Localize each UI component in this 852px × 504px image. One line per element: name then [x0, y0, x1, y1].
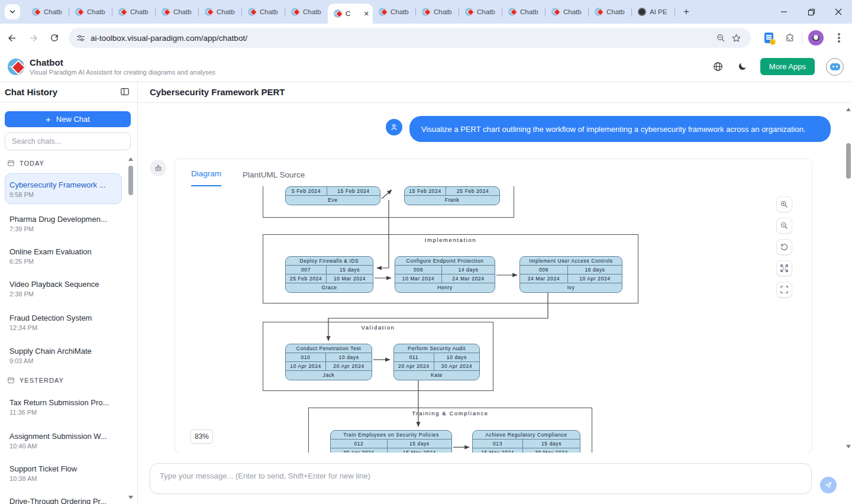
browser-url-bar: ai-toolbox.visual-paradigm.com/app/chatb…	[0, 24, 852, 52]
pert-node-user-access: Implement User Access Controls 00916 day…	[519, 256, 622, 293]
paper-plane-icon	[824, 481, 832, 489]
person-icon	[390, 123, 398, 131]
sidebar-item-video-playback[interactable]: Video Playback Sequence 2:38 PM	[9, 280, 120, 298]
browser-tab[interactable]: Chatb	[285, 0, 328, 24]
bookmark-button[interactable]	[728, 30, 744, 46]
node-owner: Ivy	[520, 283, 622, 292]
node-id: 007	[286, 266, 327, 274]
diagram-fullscreen-button[interactable]	[776, 282, 792, 298]
main-scrollbar-thumb[interactable]	[846, 143, 851, 179]
assistant-avatar-button[interactable]	[826, 58, 844, 76]
close-icon	[835, 8, 842, 15]
reload-button[interactable]	[45, 28, 64, 47]
collapse-sidebar-button[interactable]	[120, 86, 130, 97]
browser-tab-active[interactable]: C✕	[328, 4, 373, 24]
sidebar-item-online-exam[interactable]: Online Exam Evaluation 6:25 PM	[9, 247, 120, 265]
zoom-out-page-button[interactable]	[713, 30, 728, 46]
browser-tab[interactable]: Chatb	[112, 0, 155, 24]
main-panel: Cybersecurity Framework PERT Visualize a…	[138, 82, 852, 504]
language-button[interactable]	[712, 60, 725, 73]
node-id: 010	[286, 353, 326, 362]
node-end: 24 Mar 2024	[442, 274, 495, 283]
send-button[interactable]	[820, 477, 837, 493]
cluster-label: Training & Compliance	[309, 410, 592, 416]
omnibox[interactable]: ai-toolbox.visual-paradigm.com/app/chatb…	[69, 28, 751, 48]
extensions-button[interactable]	[780, 28, 799, 47]
sidebar-item-support-ticket[interactable]: Support Ticket Flow 10:38 AM	[9, 464, 120, 482]
node-id: 013	[473, 440, 523, 448]
tab-close-icon[interactable]: ✕	[364, 10, 369, 18]
profile-avatar[interactable]	[808, 30, 824, 46]
window-restore-button[interactable]	[798, 0, 825, 24]
node-name: Perform Security Audit	[394, 344, 479, 353]
browser-tab[interactable]: Chatb	[373, 0, 415, 24]
chat-title: Tax Return Submission Pro...	[9, 398, 120, 408]
browser-tab[interactable]: Chatb	[502, 0, 545, 24]
window-minimize-button[interactable]	[770, 0, 798, 24]
browser-tab[interactable]: Chatb	[69, 0, 112, 24]
tab-label: Chatb	[217, 8, 235, 15]
sidebar-item-tax-return[interactable]: Tax Return Submission Pro... 11:36 PM	[9, 398, 120, 416]
tab-search-button[interactable]	[5, 4, 20, 20]
tab-diagram[interactable]: Diagram	[191, 169, 221, 186]
visual-paradigm-favicon	[465, 8, 473, 16]
diagram-zoom-in-button[interactable]	[776, 196, 792, 212]
conversation-title-bar: Cybersecurity Framework PERT	[138, 82, 852, 103]
tab-label: Chatb	[173, 8, 192, 15]
toolbar-separator	[802, 33, 802, 43]
extension-docs-button[interactable]	[759, 28, 778, 47]
plus-icon: +	[46, 114, 51, 124]
tab-label: Chatb	[477, 8, 495, 15]
sidebar-item-assignment[interactable]: Assignment Submission W... 10:40 AM	[9, 432, 120, 450]
node-id: 009	[520, 266, 568, 274]
more-apps-button[interactable]: More Apps	[760, 58, 815, 75]
diagram-reset-button[interactable]	[776, 239, 792, 255]
browser-tab-ai-pe[interactable]: AI PE	[632, 0, 674, 24]
node-name: Conduct Penetration Test	[286, 344, 372, 353]
tab-label: Chatb	[390, 8, 409, 15]
sidebar-item-drive-through[interactable]: Drive-Through Ordering Pr...	[9, 497, 120, 504]
sidebar-item-fraud-detection[interactable]: Fraud Detection System 12:34 PM	[9, 314, 120, 331]
sidebar-item-supply-chain[interactable]: Supply Chain ArchiMate 9:03 AM	[9, 347, 120, 364]
node-duration: 10 days	[434, 353, 479, 362]
search-chats-input[interactable]	[5, 133, 131, 150]
browser-tab[interactable]: Chatb	[589, 0, 631, 24]
browser-tab[interactable]: Chatb	[459, 0, 502, 24]
pert-node-frank: 15 Feb 202425 Feb 2024 Frank	[404, 186, 500, 205]
new-tab-button[interactable]: +	[679, 4, 694, 20]
node-name: Train Employees on Security Policies	[331, 431, 451, 440]
tab-label: AI PE	[650, 8, 667, 15]
browser-tab[interactable]: Chatb	[416, 0, 459, 24]
forward-button[interactable]	[24, 28, 43, 47]
window-close-button[interactable]	[825, 0, 852, 24]
moon-icon	[737, 62, 747, 72]
node-end: 20 Apr 2024	[326, 362, 372, 371]
message-input[interactable]	[150, 463, 812, 494]
dark-mode-button[interactable]	[736, 60, 749, 73]
expand-arrows-icon	[780, 264, 789, 273]
browser-tab[interactable]: Chatb	[26, 0, 69, 24]
browser-tab[interactable]: Chatb	[242, 0, 285, 24]
sidebar-item-cybersecurity[interactable]: Cybersecurity Framework ... 9:58 PM	[9, 180, 120, 198]
tab-plantuml-source[interactable]: PlantUML Source	[243, 170, 305, 186]
sidebar-scroll-up[interactable]	[128, 157, 133, 161]
new-chat-button[interactable]: +New Chat	[5, 111, 131, 127]
chatbot-face-icon	[830, 63, 840, 70]
card-tab-bar: Diagram PlantUML Source	[175, 159, 812, 186]
node-name: Achieve Regulatory Compliance	[473, 431, 580, 440]
pert-node-eve: 5 Feb 202415 Feb 2024 Eve	[285, 186, 380, 205]
back-button[interactable]	[2, 28, 21, 47]
diagram-zoom-out-button[interactable]	[776, 218, 792, 234]
diagram-expand-button[interactable]	[776, 260, 792, 276]
browser-tab[interactable]: Chatb	[156, 0, 198, 24]
sidebar-item-pharma[interactable]: Pharma Drug Developmen... 7:39 PM	[9, 215, 120, 232]
browser-menu-button[interactable]	[830, 28, 848, 47]
diagram-viewport[interactable]: 5 Feb 202415 Feb 2024 Eve 15 Feb 202425 …	[175, 186, 812, 453]
browser-tab[interactable]: Chatb	[546, 0, 588, 24]
tab-label: Chatb	[44, 8, 62, 15]
browser-tab[interactable]: Chatb	[199, 0, 241, 24]
sidebar-scroll-down[interactable]	[128, 496, 133, 499]
sidebar-scrollbar-thumb[interactable]	[128, 166, 133, 195]
main-scroll-up[interactable]	[846, 108, 851, 111]
main-scroll-down[interactable]	[846, 445, 851, 448]
